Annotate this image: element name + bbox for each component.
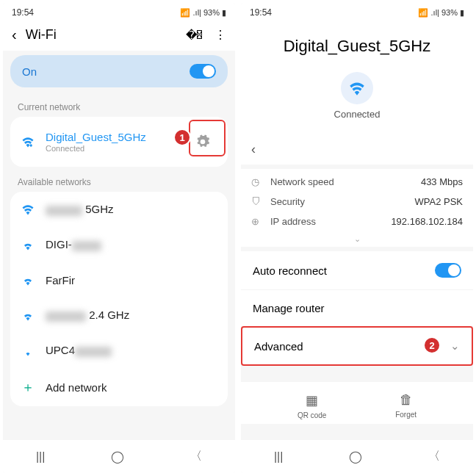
info-list: ◷Network speed433 Mbps ⛉SecurityWPA2 PSK…: [241, 169, 473, 233]
nav-back-icon[interactable]: 〈: [190, 449, 202, 464]
nav-home-icon[interactable]: ◯: [349, 450, 362, 464]
nav-home-icon[interactable]: ◯: [111, 450, 124, 464]
trash-icon: 🗑: [400, 392, 413, 408]
connection-block: Connected: [241, 68, 473, 134]
chevron-down-icon: ⌄: [450, 339, 460, 353]
manage-router-label: Manage router: [253, 302, 325, 314]
nav-bar: ||| ◯ 〈: [241, 440, 473, 473]
callout-2: 2: [423, 336, 441, 354]
wifi-icon: [21, 308, 35, 322]
gear-highlight: [189, 120, 226, 156]
expand-chevron-icon[interactable]: ⌄: [241, 233, 473, 247]
page-title: Wi-Fi: [26, 27, 177, 43]
section-current: Current network: [3, 92, 235, 117]
status-right: 📶 .ıl| 93%▮: [180, 8, 226, 18]
phone-left: 19:54 📶 .ıl| 93%▮ ‹ Wi-Fi �⁠〿 ⋮ On Curre…: [3, 3, 235, 473]
info-speed: ◷Network speed433 Mbps: [251, 172, 463, 192]
shield-icon: ⛉: [251, 196, 263, 207]
net-row[interactable]: 2.4 GHz: [10, 298, 228, 333]
auto-reconnect-row[interactable]: Auto reconnect: [241, 251, 473, 289]
status-right: 📶 .ıl| 93%▮: [418, 8, 464, 18]
wifi-icon: [21, 343, 35, 358]
nav-recent-icon[interactable]: |||: [36, 450, 45, 464]
phone-right: 19:54 📶 .ıl| 93%▮ Digital_Guest_5GHz Con…: [241, 3, 473, 473]
net-row[interactable]: FarFir: [10, 262, 228, 298]
net-row[interactable]: UPC4: [10, 333, 228, 368]
bottom-actions: ▦QR code 🗑Forget: [241, 382, 473, 424]
advanced-label: Advanced: [254, 340, 303, 353]
nav-bar: ||| ◯ 〈: [3, 440, 235, 473]
header: ‹ Wi-Fi �⁠〿 ⋮: [3, 19, 235, 51]
back-icon[interactable]: ‹: [12, 26, 17, 43]
current-network-row[interactable]: Digital_Guest_5GHz Connected 1: [10, 117, 228, 167]
connected-label: Connected: [241, 109, 473, 120]
add-network-row[interactable]: ＋ Add network: [10, 368, 228, 406]
nav-recent-icon[interactable]: |||: [274, 450, 283, 464]
info-security: ⛉SecurityWPA2 PSK: [251, 192, 463, 212]
forget-button[interactable]: 🗑Forget: [395, 392, 416, 419]
plus-icon: ＋: [21, 378, 35, 396]
status-time: 19:54: [250, 7, 272, 18]
callout-1: 1: [173, 129, 191, 146]
manage-router-row[interactable]: Manage router: [241, 289, 473, 326]
wifi-big-icon: [341, 72, 373, 104]
advanced-row[interactable]: Advanced ⌄ 2: [241, 326, 473, 366]
qr-scan-icon[interactable]: �⁠〿: [186, 29, 203, 42]
current-net-sub: Connected: [46, 144, 178, 153]
more-icon[interactable]: ⋮: [214, 28, 226, 42]
qr-icon: ▦: [306, 392, 318, 408]
speed-icon: ◷: [251, 176, 263, 187]
info-ip: ⊕IP address192.168.102.184: [251, 212, 463, 231]
current-net-name: Digital_Guest_5GHz: [46, 131, 178, 143]
wifi-switch[interactable]: [190, 64, 216, 79]
wifi-icon: [21, 202, 35, 217]
nav-back-icon[interactable]: 〈: [428, 449, 440, 464]
wifi-toggle-row[interactable]: On: [10, 55, 228, 87]
detail-title: Digital_Guest_5GHz: [241, 19, 473, 68]
section-available: Available networks: [3, 167, 235, 192]
net-row[interactable]: DIGI-: [10, 227, 228, 262]
wifi-icon: [21, 273, 35, 287]
auto-reconnect-switch[interactable]: [435, 263, 461, 278]
svg-point-0: [30, 144, 32, 146]
qr-code-button[interactable]: ▦QR code: [298, 392, 326, 419]
status-time: 19:54: [12, 7, 34, 18]
sub-back-icon[interactable]: ‹: [241, 134, 473, 165]
wifi-icon: [21, 237, 35, 252]
auto-reconnect-label: Auto reconnect: [253, 264, 327, 277]
globe-icon: ⊕: [251, 216, 263, 227]
status-bar: 19:54 📶 .ıl| 93%▮: [3, 3, 235, 19]
net-row[interactable]: 5GHz: [10, 192, 228, 227]
status-bar: 19:54 📶 .ıl| 93%▮: [241, 3, 473, 19]
wifi-icon: [21, 134, 35, 149]
toggle-label: On: [22, 65, 37, 78]
